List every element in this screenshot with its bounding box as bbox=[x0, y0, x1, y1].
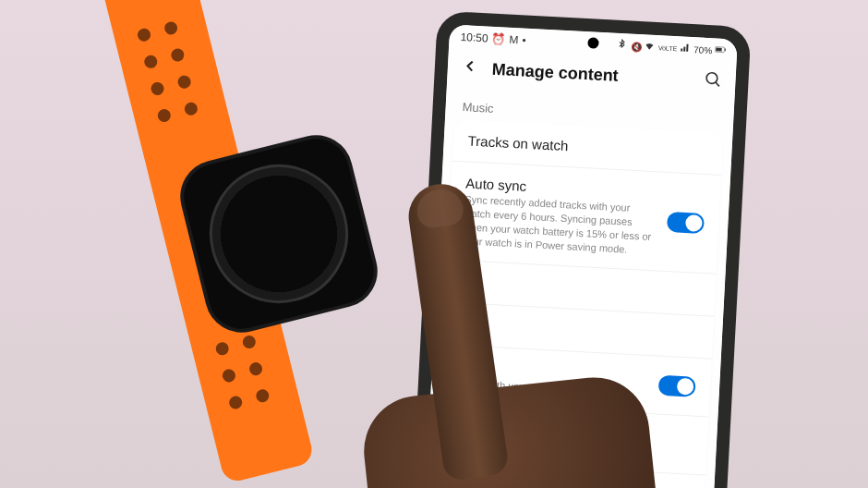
watch-dial: 12 3 6 9 TUE 14 365 66 bbox=[206, 161, 352, 307]
svg-line-11 bbox=[264, 234, 286, 270]
autosync-desc: Sync recently added tracks with your wat… bbox=[463, 192, 659, 257]
page-title: Manage content bbox=[491, 60, 692, 90]
autosync-toggle[interactable] bbox=[667, 212, 705, 234]
svg-text:12: 12 bbox=[261, 187, 277, 202]
svg-text:9: 9 bbox=[237, 238, 246, 250]
svg-text:TUE: TUE bbox=[266, 208, 283, 220]
auto-sync-item[interactable]: Auto sync Sync recently added tracks wit… bbox=[447, 162, 721, 275]
limit-title: Auto sy bbox=[450, 475, 691, 488]
back-button[interactable] bbox=[460, 56, 479, 80]
mail-icon: M bbox=[509, 33, 519, 47]
svg-point-0 bbox=[221, 176, 337, 292]
svg-text:6: 6 bbox=[284, 267, 293, 279]
status-time: 10:50 bbox=[460, 30, 488, 45]
svg-text:365: 365 bbox=[301, 235, 313, 244]
autosync2-toggle[interactable] bbox=[658, 375, 696, 397]
svg-text:14: 14 bbox=[271, 218, 282, 229]
more-icon: • bbox=[522, 33, 526, 46]
wifi-icon bbox=[644, 40, 656, 54]
images-title: Ima bbox=[458, 317, 699, 346]
gallery-title: Ga bbox=[460, 274, 701, 303]
bluetooth-icon bbox=[617, 39, 629, 53]
signal-icon bbox=[680, 42, 692, 55]
mute-icon: 🔇 bbox=[631, 41, 643, 52]
tracks-title: Tracks on watch bbox=[467, 133, 708, 162]
svg-text:66: 66 bbox=[265, 250, 273, 259]
settings-list: Tracks on watch Auto sync Sync recently … bbox=[428, 119, 723, 488]
battery-icon bbox=[715, 43, 727, 57]
search-button[interactable] bbox=[704, 69, 723, 92]
svg-line-9 bbox=[271, 201, 279, 234]
svg-rect-15 bbox=[725, 49, 726, 52]
volte-label: VoLTE bbox=[658, 44, 678, 52]
alarm-icon: ⏰ bbox=[491, 32, 506, 46]
svg-line-10 bbox=[276, 217, 304, 234]
svg-rect-14 bbox=[716, 48, 722, 52]
svg-line-17 bbox=[716, 81, 719, 85]
battery-text: 70% bbox=[693, 44, 713, 55]
svg-text:3: 3 bbox=[312, 218, 320, 230]
phone-device: 10:50 ⏰ M • 🔇 VoLTE bbox=[403, 11, 751, 488]
svg-point-12 bbox=[275, 230, 282, 237]
